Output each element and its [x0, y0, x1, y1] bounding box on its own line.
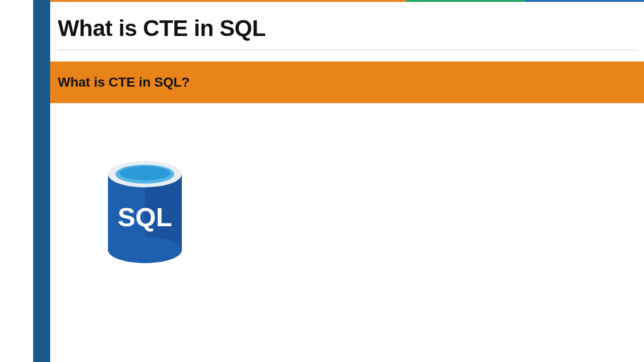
title-divider	[58, 50, 636, 50]
left-sidebar-stripe	[33, 0, 50, 362]
svg-point-3	[119, 166, 170, 180]
body-area: SQL	[50, 103, 644, 362]
sql-icon-label: SQL	[117, 202, 172, 232]
title-row: What is CTE in SQL	[50, 2, 644, 50]
page-title: What is CTE in SQL	[58, 15, 636, 41]
svg-point-1	[108, 237, 182, 263]
question-heading: What is CTE in SQL?	[58, 75, 636, 90]
slide: What is CTE in SQL What is CTE in SQL?	[0, 0, 644, 362]
left-margin	[0, 0, 33, 362]
question-band: What is CTE in SQL?	[50, 62, 644, 103]
content-area: What is CTE in SQL What is CTE in SQL?	[50, 0, 644, 362]
sql-database-icon: SQL	[107, 160, 183, 264]
